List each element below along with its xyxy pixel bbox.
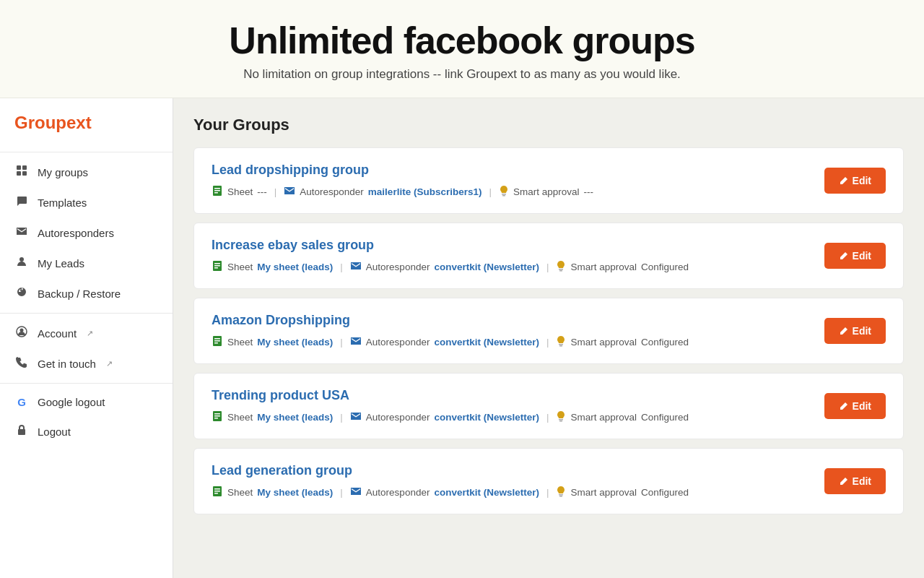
bulb-icon: [556, 410, 566, 424]
edit-icon: [839, 402, 848, 411]
sidebar-item-my-groups[interactable]: My groups: [0, 157, 173, 187]
svg-rect-30: [559, 419, 563, 420]
edit-button[interactable]: Edit: [824, 468, 886, 494]
bulb-icon: [499, 185, 509, 199]
autoresponder-value[interactable]: convertkit (Newsletter): [434, 487, 539, 498]
sheet-value[interactable]: My sheet (leads): [257, 262, 333, 272]
grid-icon: [14, 165, 29, 179]
group-card: Lead generation group Sheet My sheet (le…: [193, 448, 904, 514]
svg-rect-22: [214, 340, 220, 342]
sheet-value[interactable]: My sheet (leads): [257, 487, 333, 498]
sidebar: Groupext My groups Templates Autorespond…: [0, 98, 173, 578]
smart-approval-label: Smart approval: [513, 186, 580, 197]
mail-icon: [350, 335, 362, 349]
autoresponder-value[interactable]: convertkit (Newsletter): [434, 412, 539, 423]
sidebar-item-get-in-touch[interactable]: Get in touch ↗: [0, 348, 173, 379]
svg-rect-17: [214, 267, 218, 269]
svg-rect-12: [502, 194, 506, 195]
svg-point-4: [19, 257, 24, 262]
mail-icon: [350, 260, 362, 274]
edit-button[interactable]: Edit: [824, 318, 886, 344]
sheet-value[interactable]: My sheet (leads): [257, 337, 333, 348]
group-meta: Sheet My sheet (leads) | Autoresponder c…: [212, 260, 689, 274]
lock-icon: [14, 424, 29, 439]
sheet-label: Sheet: [227, 262, 253, 272]
sidebar-item-backup-restore[interactable]: Backup / Restore: [0, 278, 173, 309]
sidebar-label-logout: Logout: [38, 426, 71, 438]
svg-rect-10: [214, 190, 220, 191]
sidebar-item-autoresponders[interactable]: Autoresponders: [0, 217, 173, 248]
svg-rect-25: [559, 345, 562, 347]
sidebar-label-account: Account: [38, 327, 77, 340]
sidebar-label-autoresponders: Autoresponders: [38, 227, 114, 239]
autoresponder-value[interactable]: convertkit (Newsletter): [434, 337, 539, 348]
svg-rect-0: [17, 165, 21, 170]
bulb-icon: [556, 335, 566, 349]
sheet-label: Sheet: [227, 186, 253, 197]
smart-approval-label: Smart approval: [570, 487, 637, 498]
smart-approval-value: Configured: [641, 487, 689, 498]
bulb-icon: [556, 260, 566, 274]
sidebar-item-account[interactable]: Account ↗: [0, 318, 173, 348]
main-layout: Groupext My groups Templates Autorespond…: [0, 98, 924, 578]
svg-rect-19: [559, 270, 562, 272]
sidebar-divider-top: [0, 152, 173, 152]
edit-button[interactable]: Edit: [824, 393, 886, 419]
svg-rect-33: [214, 488, 220, 490]
sidebar-item-logout[interactable]: Logout: [0, 416, 173, 447]
sheet-icon: [212, 260, 223, 274]
sidebar-divider-mid: [0, 313, 173, 314]
svg-rect-15: [214, 263, 220, 264]
svg-point-6: [20, 329, 24, 332]
group-meta: Sheet My sheet (leads) | Autoresponder c…: [212, 486, 689, 499]
sheet-label: Sheet: [227, 412, 253, 423]
svg-rect-37: [559, 496, 562, 497]
group-card-left: Amazon Dropshipping Sheet My sheet (lead…: [212, 313, 689, 349]
sheet-icon: [212, 335, 223, 349]
sidebar-label-google-logout: Google logout: [38, 396, 105, 408]
svg-rect-27: [214, 413, 220, 415]
sheet-dashes: ---: [257, 186, 267, 197]
envelope-icon: [14, 225, 29, 240]
edit-button[interactable]: Edit: [824, 168, 886, 194]
sidebar-label-templates: Templates: [38, 197, 87, 209]
svg-rect-29: [214, 418, 218, 419]
bulb-icon: [556, 486, 566, 499]
hero-subtitle: No limitation on group integrations -- l…: [14, 67, 910, 82]
group-card-left: Trending product USA Sheet My sheet (lea…: [212, 388, 689, 424]
group-name[interactable]: Lead generation group: [212, 463, 689, 478]
sheet-icon: [212, 185, 223, 199]
edit-button[interactable]: Edit: [824, 243, 886, 269]
external-link-icon-get-in-touch: ↗: [106, 359, 113, 368]
sidebar-item-my-leads[interactable]: My Leads: [0, 248, 173, 278]
group-meta: Sheet My sheet (leads) | Autoresponder c…: [212, 410, 689, 424]
phone-icon: [14, 356, 29, 371]
person-icon: [14, 256, 29, 270]
sidebar-item-google-logout[interactable]: G Google logout: [0, 388, 173, 416]
autoresponder-value[interactable]: convertkit (Newsletter): [434, 262, 539, 272]
comment-icon: [14, 195, 29, 210]
svg-rect-7: [18, 429, 25, 435]
autoresponder-value[interactable]: mailerlite (Subscribers1): [368, 186, 482, 197]
group-card-left: Lead generation group Sheet My sheet (le…: [212, 463, 689, 499]
svg-rect-21: [214, 338, 220, 340]
sidebar-label-get-in-touch: Get in touch: [38, 358, 96, 370]
sheet-value[interactable]: My sheet (leads): [257, 412, 333, 423]
smart-approval-label: Smart approval: [570, 262, 637, 272]
group-card: Amazon Dropshipping Sheet My sheet (lead…: [193, 298, 904, 364]
svg-rect-35: [214, 493, 218, 494]
svg-rect-36: [559, 494, 563, 496]
sidebar-label-my-leads: My Leads: [38, 257, 84, 269]
group-name[interactable]: Trending product USA: [212, 388, 689, 403]
autoresponder-label: Autoresponder: [300, 186, 364, 197]
hero-title: Unlimited facebook groups: [14, 20, 910, 61]
group-meta: Sheet My sheet (leads) | Autoresponder c…: [212, 335, 689, 349]
group-name[interactable]: Lead dropshipping group: [212, 163, 593, 178]
sidebar-item-templates[interactable]: Templates: [0, 187, 173, 217]
group-card-left: Lead dropshipping group Sheet --- | Auto…: [212, 163, 593, 199]
sheet-icon: [212, 410, 223, 424]
autoresponder-label: Autoresponder: [366, 487, 430, 498]
group-name[interactable]: Amazon Dropshipping: [212, 313, 689, 328]
group-name[interactable]: Increase ebay sales group: [212, 238, 689, 253]
sidebar-label-backup-restore: Backup / Restore: [38, 288, 121, 300]
